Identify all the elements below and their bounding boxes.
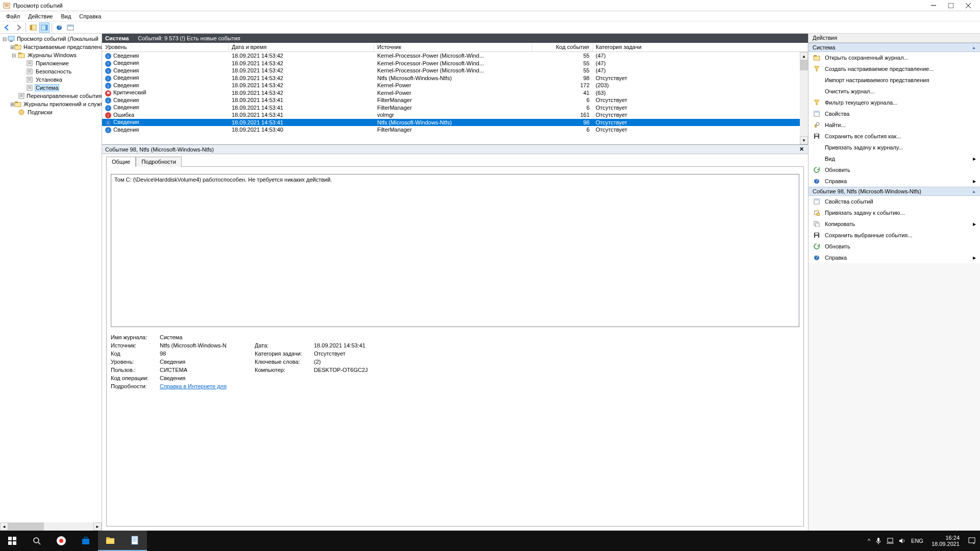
tree-node[interactable]: Безопасность (0, 67, 102, 76)
help-button[interactable]: ? (54, 22, 64, 33)
menu-help[interactable]: Справка (75, 12, 105, 20)
menu-view[interactable]: Вид (57, 12, 75, 20)
action-item[interactable]: Свойства событий (808, 196, 980, 207)
tray-notifications-icon[interactable] (968, 537, 976, 545)
action-item[interactable]: Сохранить все события как... (808, 131, 980, 142)
tray-mic-icon[interactable] (875, 537, 881, 544)
col-taskcat[interactable]: Категория задачи (593, 43, 808, 52)
events-grid: Уровень Дата и время Источник Код событи… (102, 43, 808, 145)
show-hide-tree-button[interactable] (28, 22, 38, 33)
tree-node[interactable]: ⊞Журналы приложений и служб (0, 100, 102, 108)
toolbar: ? (0, 21, 980, 34)
back-button[interactable] (2, 22, 12, 33)
action-item[interactable]: Очистить журнал... (808, 86, 980, 97)
tray-clock[interactable]: 16:24 18.09.2021 (928, 535, 963, 547)
table-row[interactable]: iСведения18.09.2021 14:53:42Kernel-Proce… (102, 60, 808, 67)
svg-text:?: ? (58, 24, 61, 30)
action-item[interactable]: Открыть сохраненный журнал... (808, 52, 980, 63)
taskbar-app-yandex[interactable] (49, 531, 74, 551)
tree-node[interactable]: Перенаправленные события (0, 92, 102, 100)
action-item[interactable]: Вид▶ (808, 153, 980, 164)
action-item[interactable]: Найти... (808, 119, 980, 131)
svg-rect-18 (15, 45, 21, 49)
col-eventid[interactable]: Код события (532, 43, 593, 52)
grid-v-scrollbar[interactable]: ▲▼ (800, 52, 808, 144)
action-item[interactable]: Фильтр текущего журнала... (808, 97, 980, 108)
col-datetime[interactable]: Дата и время (229, 43, 374, 52)
menu-file[interactable]: Файл (2, 12, 24, 20)
table-row[interactable]: iСведения18.09.2021 14:53:41FilterManage… (102, 104, 808, 112)
properties-button[interactable] (65, 22, 76, 33)
tree-node[interactable]: Установка (0, 76, 102, 84)
action-icon (813, 143, 821, 152)
svg-rect-19 (15, 44, 18, 46)
web-help-link[interactable]: Справка в Интернете для (160, 383, 227, 389)
tree-node[interactable]: ⊞Настраиваемые представления (0, 43, 102, 51)
table-row[interactable]: !Ошибка18.09.2021 14:53:41volmgr161Отсут… (102, 111, 808, 119)
svg-rect-52 (815, 134, 818, 136)
table-row[interactable]: iСведения18.09.2021 14:53:41FilterManage… (102, 96, 808, 104)
menu-action[interactable]: Действие (24, 12, 57, 20)
actions-section-system[interactable]: Система▲ (808, 43, 980, 52)
svg-rect-37 (28, 88, 31, 89)
action-item[interactable]: ?Справка▶ (808, 252, 980, 263)
close-button[interactable] (960, 0, 977, 11)
action-item[interactable]: Обновить (808, 241, 980, 252)
svg-text:?: ? (815, 255, 818, 260)
tree-node[interactable]: Подписки (0, 108, 102, 116)
actions-section-event[interactable]: Событие 98, Ntfs (Microsoft-Windows-Ntfs… (808, 187, 980, 196)
svg-rect-23 (28, 62, 31, 62)
minimize-button[interactable] (925, 0, 942, 11)
svg-rect-32 (28, 79, 31, 80)
action-item[interactable]: Сохранить выбранные события... (808, 230, 980, 241)
show-hide-action-pane-button[interactable] (39, 22, 50, 33)
col-level[interactable]: Уровень (102, 43, 229, 52)
actions-pane: Действия Система▲ Открыть сохраненный жу… (808, 34, 980, 531)
table-row[interactable]: ✖Критический18.09.2021 14:53:42Kernel-Po… (102, 89, 808, 97)
svg-rect-69 (8, 541, 12, 545)
table-row[interactable]: iСведения18.09.2021 14:53:41Ntfs (Micros… (102, 119, 808, 127)
action-item[interactable]: Обновить (808, 164, 980, 176)
action-item[interactable]: Привязать задачу к журналу... (808, 142, 980, 153)
table-row[interactable]: iСведения18.09.2021 14:53:40FilterManage… (102, 126, 808, 134)
tree-node[interactable]: Система (0, 84, 102, 92)
detail-close-icon[interactable]: ✕ (798, 146, 805, 153)
action-item[interactable]: Привязать задачу к событию... (808, 207, 980, 218)
action-item[interactable]: Свойства (808, 108, 980, 119)
taskbar-app-store[interactable] (74, 531, 98, 551)
maximize-button[interactable] (942, 0, 960, 11)
svg-rect-42 (15, 103, 21, 107)
table-row[interactable]: iСведения18.09.2021 14:53:42Ntfs (Micros… (102, 74, 808, 82)
tray-volume-icon[interactable] (899, 538, 906, 544)
taskbar-app-explorer[interactable] (98, 531, 122, 551)
action-item[interactable]: Импорт настраиваемого представления (808, 74, 980, 86)
tab-details[interactable]: Подробности (136, 157, 182, 167)
tree-node[interactable]: ⊟Просмотр событий (Локальный (0, 35, 102, 43)
tree-h-scrollbar[interactable]: ◄► (0, 522, 102, 531)
action-icon (813, 166, 821, 174)
action-item[interactable]: Копировать▶ (808, 218, 980, 230)
tree-node[interactable]: ⊟Журналы Windows (0, 51, 102, 59)
grid-header[interactable]: Уровень Дата и время Источник Код событи… (102, 43, 808, 52)
titlebar: Просмотр событий (0, 0, 980, 11)
action-icon (813, 98, 821, 107)
svg-rect-43 (15, 102, 18, 103)
taskbar-app-eventviewer[interactable] (122, 531, 147, 551)
table-row[interactable]: iСведения18.09.2021 14:53:42Kernel-Power… (102, 82, 808, 89)
tray-language[interactable]: ENG (911, 538, 923, 544)
tree-node[interactable]: Приложение (0, 59, 102, 67)
table-row[interactable]: iСведения18.09.2021 14:53:42Kernel-Proce… (102, 52, 808, 60)
start-button[interactable] (0, 531, 24, 551)
tray-chevron-icon[interactable]: ^ (868, 538, 870, 544)
svg-rect-70 (13, 541, 16, 545)
col-source[interactable]: Источник (374, 43, 532, 52)
detail-tabs: Общие Подробности (102, 154, 808, 166)
svg-rect-16 (8, 36, 14, 40)
table-row[interactable]: iСведения18.09.2021 14:53:42Kernel-Proce… (102, 67, 808, 74)
tab-general[interactable]: Общие (106, 157, 136, 167)
action-item[interactable]: ?Справка▶ (808, 176, 980, 187)
forward-button[interactable] (13, 22, 23, 33)
action-item[interactable]: Создать настраиваемое представление... (808, 63, 980, 74)
search-button[interactable] (24, 531, 49, 551)
tray-network-icon[interactable] (887, 538, 894, 544)
